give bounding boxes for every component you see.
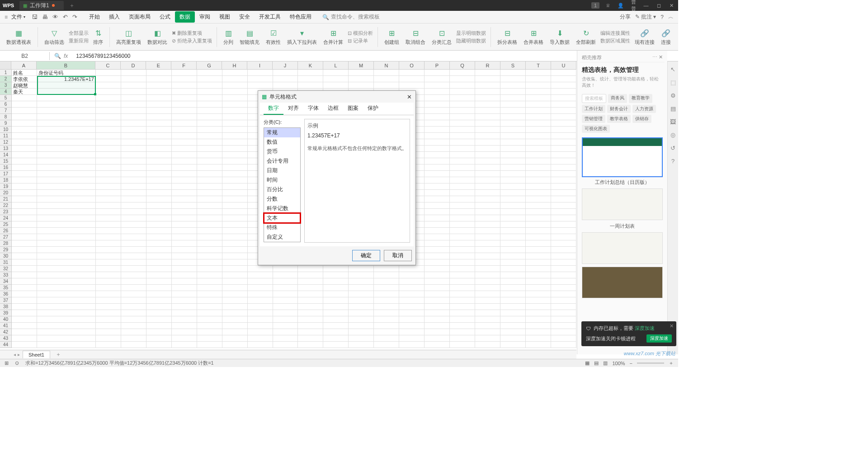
cell[interactable]	[146, 215, 172, 221]
highlight-duplicates-button[interactable]: ◫高亮重复项	[114, 28, 143, 46]
settings-icon[interactable]: ⚙	[670, 92, 676, 99]
row-header[interactable]: 37	[0, 297, 12, 304]
cell[interactable]	[121, 291, 146, 297]
cell[interactable]	[96, 285, 121, 291]
cell[interactable]	[146, 329, 172, 335]
cell[interactable]	[323, 316, 349, 323]
help-icon[interactable]: ?	[660, 14, 664, 20]
cell[interactable]	[475, 133, 500, 139]
cell[interactable]	[96, 297, 121, 304]
cell[interactable]	[12, 139, 37, 146]
cell[interactable]	[500, 291, 526, 297]
cell[interactable]	[526, 152, 551, 158]
ribbon-tab-9[interactable]: 特色应用	[285, 11, 316, 23]
cell[interactable]	[273, 70, 298, 76]
cell[interactable]	[399, 316, 425, 323]
cell[interactable]	[298, 335, 323, 342]
row-header[interactable]: 43	[0, 335, 12, 342]
cell[interactable]	[500, 297, 526, 304]
cell[interactable]	[197, 164, 222, 171]
cell[interactable]	[121, 304, 146, 310]
cell[interactable]	[450, 272, 475, 278]
cell[interactable]	[475, 164, 500, 171]
cell[interactable]	[197, 108, 222, 114]
cell[interactable]	[551, 297, 576, 304]
cell[interactable]	[121, 76, 146, 82]
cell[interactable]	[12, 114, 37, 120]
cell[interactable]	[425, 139, 450, 146]
cell[interactable]	[500, 202, 526, 209]
data-compare-button[interactable]: ◧数据对比	[146, 28, 169, 46]
cell[interactable]	[273, 291, 298, 297]
cell[interactable]	[12, 183, 37, 190]
row-header[interactable]: 4	[0, 89, 12, 95]
cell[interactable]	[450, 323, 475, 329]
column-header[interactable]: E	[146, 61, 171, 69]
cell[interactable]	[551, 171, 576, 177]
cell[interactable]	[425, 259, 450, 266]
search-fx-icon[interactable]: 🔍	[54, 53, 61, 59]
cell[interactable]	[551, 209, 576, 215]
add-sheet-button[interactable]: ＋	[53, 351, 64, 358]
column-header[interactable]: O	[399, 61, 425, 69]
cell[interactable]	[37, 259, 96, 266]
cell[interactable]	[526, 266, 551, 272]
cell[interactable]	[450, 127, 475, 133]
cell[interactable]	[12, 304, 37, 310]
cell[interactable]	[172, 196, 197, 202]
cell[interactable]	[197, 146, 222, 152]
cell[interactable]: 赵晓慧	[12, 82, 37, 89]
cell[interactable]	[96, 335, 121, 342]
cell[interactable]	[273, 285, 298, 291]
cell[interactable]	[146, 266, 172, 272]
cell[interactable]	[146, 171, 172, 177]
cell[interactable]	[248, 316, 273, 323]
cell[interactable]	[551, 146, 576, 152]
cell[interactable]	[526, 253, 551, 259]
view-page-icon[interactable]: ▤	[594, 360, 599, 366]
row-header[interactable]: 31	[0, 259, 12, 266]
cell[interactable]	[551, 285, 576, 291]
cell[interactable]	[425, 240, 450, 247]
cell[interactable]	[298, 297, 323, 304]
print-preview-icon[interactable]: 👁	[52, 14, 58, 20]
cell[interactable]	[121, 120, 146, 127]
cell[interactable]	[500, 215, 526, 221]
cell[interactable]	[551, 310, 576, 316]
cell[interactable]	[399, 342, 425, 348]
reapply-button[interactable]: 重新应用	[69, 38, 89, 44]
cell[interactable]	[425, 310, 450, 316]
cell[interactable]	[475, 272, 500, 278]
cell[interactable]	[37, 114, 96, 120]
cell[interactable]	[526, 158, 551, 164]
cell[interactable]	[526, 95, 551, 101]
cell[interactable]	[298, 82, 323, 89]
undo-icon[interactable]: ↶	[63, 14, 68, 20]
cell[interactable]	[12, 158, 37, 164]
show-all-button[interactable]: 全部显示	[69, 30, 89, 37]
cell[interactable]	[248, 266, 273, 272]
cell[interactable]	[96, 247, 121, 253]
cell[interactable]	[450, 177, 475, 183]
connections-button[interactable]: 🔗连接	[659, 28, 673, 46]
cell[interactable]	[551, 177, 576, 183]
cell[interactable]	[146, 190, 172, 196]
row-header[interactable]: 41	[0, 323, 12, 329]
cell[interactable]	[399, 304, 425, 310]
cell[interactable]	[96, 70, 121, 76]
cell[interactable]	[475, 114, 500, 120]
cell[interactable]	[222, 329, 248, 335]
share-button[interactable]: 分享	[620, 13, 631, 21]
cell[interactable]	[222, 259, 248, 266]
cell[interactable]	[222, 196, 248, 202]
cell[interactable]	[475, 259, 500, 266]
cell[interactable]	[500, 127, 526, 133]
cell[interactable]	[172, 146, 197, 152]
cell[interactable]	[323, 297, 349, 304]
cell[interactable]	[500, 221, 526, 228]
cell[interactable]	[425, 278, 450, 285]
cell[interactable]	[197, 221, 222, 228]
view-break-icon[interactable]: ▥	[603, 360, 608, 366]
cell[interactable]	[323, 310, 349, 316]
cell[interactable]	[121, 158, 146, 164]
